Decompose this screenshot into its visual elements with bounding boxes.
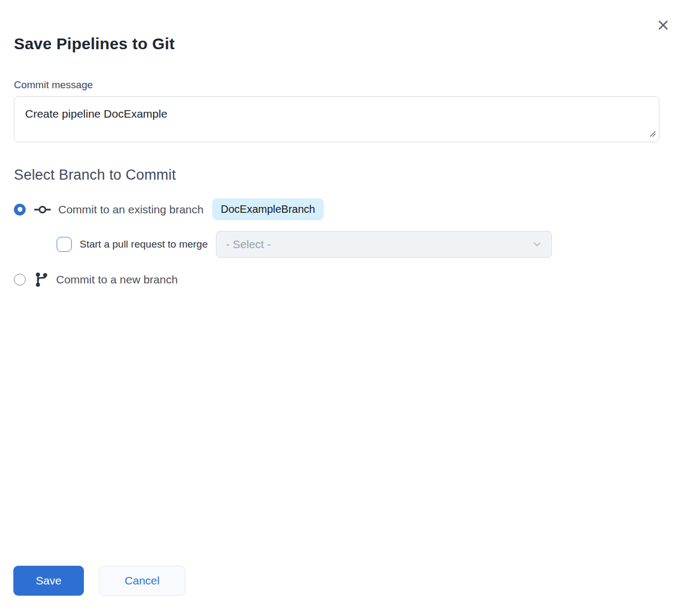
existing-branch-label[interactable]: Commit to an existing branch (58, 203, 204, 216)
save-pipelines-dialog: Save Pipelines to Git Commit message Cre… (0, 0, 676, 616)
dialog-actions: Save Cancel (13, 566, 185, 596)
new-branch-label[interactable]: Commit to a new branch (56, 273, 178, 286)
select-placeholder: - Select - (226, 238, 271, 251)
existing-branch-radio[interactable] (14, 204, 26, 215)
dialog-title: Save Pipelines to Git (14, 0, 660, 53)
close-icon (657, 19, 670, 32)
git-branch-icon (34, 272, 49, 288)
git-commit-icon (34, 204, 51, 215)
commit-message-field-wrap: Create pipeline DocExample (14, 96, 659, 144)
new-branch-option-row: Commit to a new branch (14, 272, 660, 288)
save-button[interactable]: Save (13, 566, 84, 596)
commit-message-input[interactable]: Create pipeline DocExample (14, 96, 659, 142)
close-button[interactable] (656, 18, 671, 33)
existing-branch-option-row: Commit to an existing branch DocExampleB… (14, 198, 660, 220)
pull-request-row: Start a pull request to merge - Select - (57, 231, 660, 258)
cancel-button[interactable]: Cancel (99, 566, 185, 596)
pull-request-checkbox[interactable] (57, 237, 72, 252)
select-branch-heading: Select Branch to Commit (14, 167, 660, 183)
merge-target-select[interactable]: - Select - (216, 231, 552, 258)
chevron-down-icon (531, 238, 543, 250)
branch-badge: DocExampleBranch (212, 198, 324, 220)
new-branch-radio[interactable] (14, 274, 26, 286)
commit-message-label: Commit message (14, 79, 660, 91)
pull-request-label[interactable]: Start a pull request to merge (80, 238, 208, 250)
